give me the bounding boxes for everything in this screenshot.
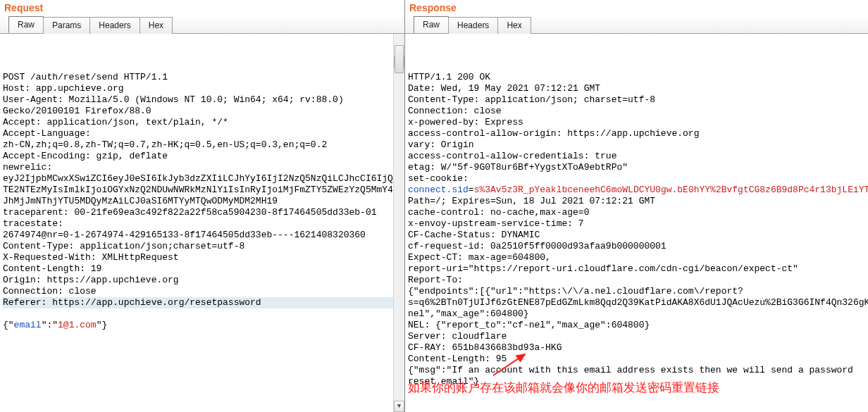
scroll-down-icon[interactable]: ▼ bbox=[394, 401, 404, 412]
response-annotation: 如果你的账户存在该邮箱就会像你的邮箱发送密码重置链接 bbox=[408, 382, 719, 394]
request-line: Accept: application/json, text/plain, */… bbox=[3, 117, 402, 128]
response-line: CF-Cache-Status: DYNAMIC bbox=[408, 230, 865, 241]
request-line: 2674974@nr=0-1-2674974-429165133-8f17464… bbox=[3, 230, 402, 241]
tab-hex[interactable]: Hex bbox=[140, 17, 173, 34]
response-line: access-control-allow-credentials: true bbox=[408, 151, 865, 162]
request-line: Gecko/20100101 Firefox/88.0 bbox=[3, 106, 402, 117]
response-line: x-powered-by: Express bbox=[408, 117, 865, 128]
request-line: traceparent: 00-21fe69ea3c492f822a22f58c… bbox=[3, 207, 402, 218]
request-line: Host: app.upchieve.org bbox=[3, 83, 402, 94]
response-raw-content[interactable]: HTTP/1.1 200 OKDate: Wed, 19 May 2021 07… bbox=[405, 34, 868, 412]
request-line: POST /auth/reset/send HTTP/1.1 bbox=[3, 72, 402, 83]
response-line: CF-RAY: 651b8436683bd93a-HKG bbox=[408, 342, 865, 354]
request-line: Content-Type: application/json;charset=u… bbox=[3, 241, 402, 252]
response-line: cf-request-id: 0a2510f5ff0000d93afaa9b00… bbox=[408, 241, 865, 252]
tab-raw[interactable]: Raw bbox=[8, 16, 44, 33]
response-line: x-envoy-upstream-service-time: 7 bbox=[408, 218, 865, 230]
response-set-cookie-line: connect.sid=s%3Av5z3R_pYeaklbceneehC6moW… bbox=[408, 185, 865, 207]
request-line: tracestate: bbox=[3, 218, 402, 230]
response-line: Content-Length: 95 bbox=[408, 354, 865, 365]
response-line: Content-Type: application/json; charset=… bbox=[408, 94, 865, 106]
request-line: Accept-Language: bbox=[3, 128, 402, 139]
response-line: Server: cloudflare bbox=[408, 331, 865, 342]
request-raw-content[interactable]: POST /auth/reset/send HTTP/1.1Host: app.… bbox=[0, 34, 404, 412]
request-line: Origin: https://app.upchieve.org bbox=[3, 275, 402, 286]
request-line: X-Requested-With: XMLHttpRequest bbox=[3, 252, 402, 263]
response-line: access-control-allow-origin: https://app… bbox=[408, 128, 865, 139]
request-line: JhMjJmNThjYTU5MDQyMzAiLCJ0aSI6MTYyMTQwOD… bbox=[3, 196, 402, 207]
response-line: HTTP/1.1 200 OK bbox=[408, 72, 865, 83]
request-line: Accept-Encoding: gzip, deflate bbox=[3, 151, 402, 162]
response-line: Connection: close bbox=[408, 106, 865, 117]
request-line: TE2NTEzMyIsImlkIjoiOGYxNzQ2NDUwNWRkMzNlY… bbox=[3, 185, 402, 196]
scroll-thumb[interactable] bbox=[395, 45, 404, 73]
response-tabs: Raw Headers Hex bbox=[405, 16, 868, 34]
tab-params[interactable]: Params bbox=[43, 17, 90, 34]
request-line: newrelic: bbox=[3, 162, 402, 173]
request-line: zh-CN,zh;q=0.8,zh-TW;q=0.7,zh-HK;q=0.5,e… bbox=[3, 139, 402, 151]
response-line: NEL: {"report_to":"cf-nel","max_age":604… bbox=[408, 320, 865, 331]
tab-raw[interactable]: Raw bbox=[414, 16, 449, 33]
response-line: Expect-CT: max-age=604800, bbox=[408, 252, 865, 263]
response-line: etag: W/"5f-9G0T8ur6Bf+YygstXToA9ebtRPo" bbox=[408, 162, 865, 173]
response-line: Date: Wed, 19 May 2021 07:12:21 GMT bbox=[408, 83, 865, 94]
request-line: User-Agent: Mozilla/5.0 (Windows NT 10.0… bbox=[3, 94, 402, 106]
response-line: {"endpoints":[{"url":"https:\/\/a.nel.cl… bbox=[408, 286, 865, 320]
request-tabs: Raw Params Headers Hex bbox=[0, 16, 404, 34]
response-panel: Response Raw Headers Hex HTTP/1.1 200 OK… bbox=[405, 0, 868, 412]
response-line: set-cookie: bbox=[408, 173, 865, 185]
response-title: Response bbox=[405, 0, 868, 16]
request-panel: Request Raw Params Headers Hex POST /aut… bbox=[0, 0, 405, 412]
response-line: vary: Origin bbox=[408, 139, 865, 151]
request-referer-line: Referer: https://app.upchieve.org/resetp… bbox=[3, 297, 402, 308]
request-title: Request bbox=[0, 0, 404, 16]
request-scrollbar[interactable]: ▲ ▼ bbox=[393, 34, 404, 412]
request-line: eyJ2IjpbMCwxXSwiZCI6eyJ0eSI6IkJyb3dzZXIi… bbox=[3, 173, 402, 185]
tab-headers[interactable]: Headers bbox=[89, 17, 140, 34]
request-body-line: {"email":"1@1.com"} bbox=[3, 320, 402, 331]
request-line: Content-Length: 19 bbox=[3, 263, 402, 275]
request-line: Connection: close bbox=[3, 286, 402, 297]
tab-headers[interactable]: Headers bbox=[448, 17, 498, 34]
response-line: Report-To: bbox=[408, 275, 865, 286]
response-line: cache-control: no-cache,max-age=0 bbox=[408, 207, 865, 218]
response-line: report-uri="https://report-uri.cloudflar… bbox=[408, 263, 865, 275]
blank-line bbox=[3, 308, 402, 320]
tab-hex[interactable]: Hex bbox=[497, 17, 531, 34]
